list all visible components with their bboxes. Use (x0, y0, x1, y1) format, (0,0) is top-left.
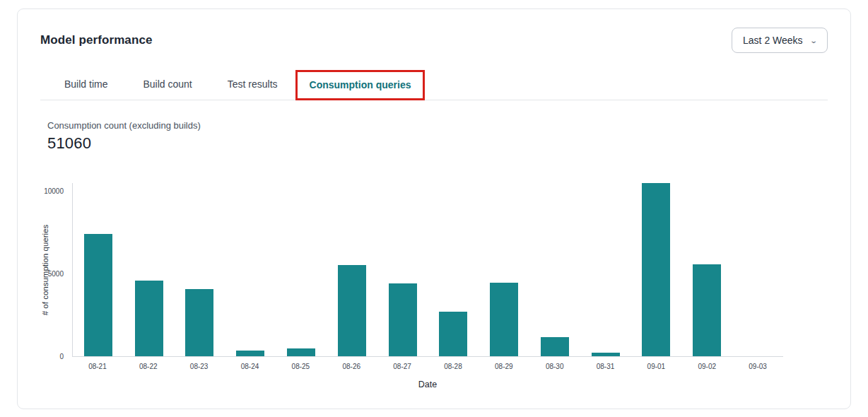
x-axis-tick-labels: 08-2108-2208-2308-2408-2508-2608-2708-28… (72, 358, 783, 370)
bar-08-27[interactable] (389, 283, 417, 356)
bar-slot (428, 312, 479, 356)
stat-value: 51060 (47, 134, 821, 153)
x-tick-label: 08-23 (174, 358, 225, 370)
x-tick-label: 08-30 (529, 358, 580, 370)
x-tick-label: 08-29 (479, 358, 529, 370)
bar-08-23[interactable] (185, 289, 213, 356)
x-tick-label: 09-02 (681, 358, 732, 370)
x-tick-label: 08-27 (377, 358, 428, 370)
bar-slot (225, 351, 276, 356)
x-axis-title: Date (72, 380, 783, 389)
bar-08-29[interactable] (490, 283, 518, 356)
tab-test-results[interactable]: Test results (210, 70, 295, 100)
bar-08-24[interactable] (236, 351, 264, 356)
y-tick-label: 5000 (48, 270, 64, 278)
panel-header: Model performance Last 2 Weeks ⌄ (18, 9, 850, 53)
consumption-count-stat: Consumption count (excluding builds) 510… (47, 120, 821, 153)
date-range-value: Last 2 Weeks (743, 35, 803, 46)
tab-build-count[interactable]: Build count (125, 70, 209, 100)
x-tick-label: 09-01 (631, 358, 681, 370)
date-range-dropdown[interactable]: Last 2 Weeks ⌄ (732, 28, 828, 53)
x-tick-label: 08-26 (326, 358, 377, 370)
bar-slot (529, 337, 580, 356)
chevron-down-icon: ⌄ (809, 37, 818, 45)
bar-09-01[interactable] (642, 183, 670, 356)
bar-slot (73, 234, 124, 357)
bar-slot (681, 264, 732, 356)
bar-08-21[interactable] (84, 234, 112, 357)
bar-08-28[interactable] (439, 312, 467, 356)
bar-slot (377, 283, 428, 356)
y-tick-label: 0 (59, 353, 64, 361)
consumption-queries-bar-chart: # of consumption queries 0500010000 08-2… (18, 183, 850, 395)
tab-bar: Build time Build count Test results Cons… (40, 70, 828, 100)
tab-build-time[interactable]: Build time (47, 70, 125, 100)
bar-slot (580, 353, 631, 356)
annotation-highlight-box: Consumption queries (295, 70, 426, 100)
bar-slot (631, 183, 682, 356)
bar-08-22[interactable] (135, 281, 163, 356)
x-tick-label: 09-03 (732, 358, 783, 370)
model-performance-panel: Model performance Last 2 Weeks ⌄ Build t… (17, 8, 851, 409)
bar-09-02[interactable] (693, 264, 721, 356)
bar-slot (175, 289, 225, 356)
plot-area (72, 183, 783, 357)
bar-08-31[interactable] (592, 353, 620, 356)
x-tick-label: 08-28 (428, 358, 479, 370)
stat-label: Consumption count (excluding builds) (47, 120, 821, 131)
bar-08-30[interactable] (541, 337, 569, 356)
bar-slot (124, 281, 175, 356)
x-tick-label: 08-22 (123, 358, 174, 370)
bar-slot (276, 348, 327, 356)
bar-slot (327, 265, 377, 356)
page-title: Model performance (40, 33, 153, 47)
y-axis-ticks: 0500010000 (18, 183, 68, 357)
bar-slot (479, 283, 529, 356)
x-tick-label: 08-24 (225, 358, 276, 370)
x-tick-label: 08-25 (275, 358, 326, 370)
x-tick-label: 08-31 (580, 358, 631, 370)
x-tick-label: 08-21 (72, 358, 123, 370)
bar-08-26[interactable] (338, 265, 366, 356)
tab-consumption-queries[interactable]: Consumption queries (298, 73, 423, 98)
y-tick-label: 10000 (44, 187, 64, 196)
bar-08-25[interactable] (287, 348, 315, 356)
